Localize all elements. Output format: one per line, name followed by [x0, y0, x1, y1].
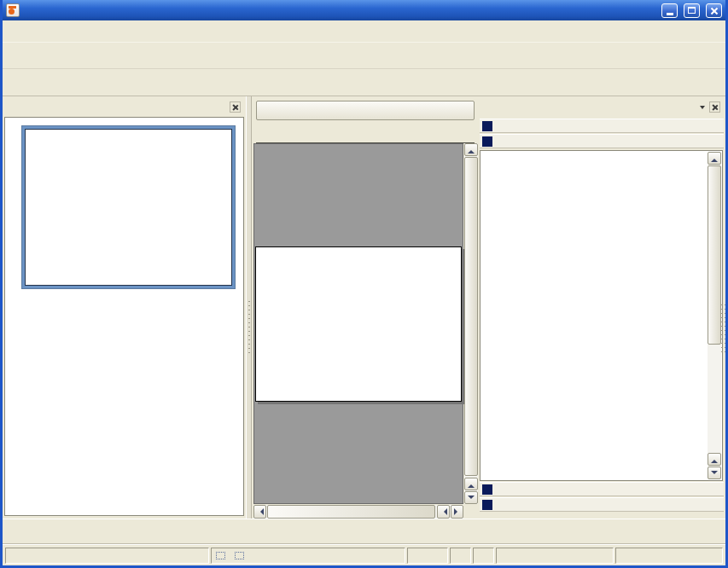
vertical-scrollbar[interactable]: [464, 143, 478, 504]
layouts-scroll-thumb[interactable]: [708, 165, 721, 345]
impress-app-icon: [6, 3, 20, 17]
expand-arrow-icon: [482, 121, 492, 131]
scroll-down-button[interactable]: [708, 467, 721, 479]
horizontal-scrollbar[interactable]: [253, 505, 463, 519]
expand-arrow-icon: [482, 484, 492, 495]
close-icon: [712, 104, 718, 110]
tasks-panel: [478, 96, 725, 519]
drawing-toolbar: [3, 519, 725, 544]
up-arrow-icon: [468, 481, 475, 488]
scroll-up-button[interactable]: [708, 152, 721, 165]
main-area: [3, 96, 725, 519]
line-filling-toolbar: [3, 69, 725, 96]
slide-thumbnail-canvas: [25, 129, 232, 286]
section-master-pages[interactable]: [480, 119, 724, 133]
slides-panel-close-button[interactable]: [230, 101, 241, 113]
tasks-panel-close-button[interactable]: [709, 101, 720, 113]
size-icon: [235, 552, 244, 559]
edit-workspace: [253, 143, 463, 504]
vscroll-thumb[interactable]: [464, 157, 478, 476]
title-bar: [3, 0, 725, 20]
layouts-scrollbar[interactable]: [708, 152, 721, 479]
slides-list: [4, 117, 244, 516]
minimize-button[interactable]: [661, 3, 678, 18]
signature-cell: [473, 548, 494, 564]
expand-arrow-icon: [482, 500, 492, 510]
tab-slide-sorter[interactable]: [256, 101, 475, 120]
slide-indicator-cell[interactable]: [496, 548, 614, 564]
template-cell[interactable]: [615, 548, 723, 564]
scrollbar-corner: [464, 505, 478, 519]
section-slide-transition[interactable]: [480, 497, 724, 512]
panel-splitter[interactable]: [246, 96, 252, 519]
panel-resize-grip[interactable]: [720, 303, 725, 354]
close-icon: [710, 7, 718, 14]
impress-window: [0, 0, 728, 568]
right-arrow-icon: [454, 508, 461, 515]
position-size-cell[interactable]: [211, 548, 405, 564]
slide-1-thumbnail[interactable]: [22, 126, 235, 288]
scroll-down-button[interactable]: [464, 491, 478, 504]
layouts-grid: [480, 150, 723, 481]
tasks-panel-header: [478, 96, 725, 117]
left-arrow-icon: [257, 508, 264, 515]
tasks-header-controls: [696, 101, 720, 113]
status-bar: [3, 544, 725, 565]
close-button[interactable]: [706, 3, 722, 18]
workspace-panel: [252, 96, 478, 519]
view-tabs: [256, 122, 475, 143]
slide-canvas[interactable]: [255, 246, 462, 402]
scroll-left-button[interactable]: [253, 505, 266, 519]
slides-panel: [3, 96, 246, 519]
slides-panel-header: [3, 96, 246, 117]
chevron-down-icon[interactable]: [700, 106, 705, 112]
scroll-left2-button[interactable]: [437, 505, 450, 519]
standard-toolbar: [3, 43, 725, 69]
section-custom-animation[interactable]: [480, 482, 724, 496]
zoom-cell[interactable]: [407, 548, 448, 564]
scroll-right-button[interactable]: [451, 505, 463, 519]
scroll-up2-button[interactable]: [464, 478, 478, 490]
close-icon: [232, 104, 238, 110]
section-layouts[interactable]: [480, 134, 724, 148]
modified-flag-cell: [450, 548, 471, 564]
menu-bar: [3, 20, 725, 43]
splitter-handle[interactable]: [248, 299, 251, 354]
hscroll-thumb[interactable]: [267, 505, 435, 519]
down-arrow-icon: [711, 471, 718, 478]
collapse-arrow-icon: [482, 136, 492, 147]
scroll-up-button[interactable]: [464, 143, 478, 156]
position-icon: [216, 552, 225, 559]
down-arrow-icon: [468, 496, 475, 502]
scroll-up2-button[interactable]: [708, 453, 721, 466]
up-arrow-icon: [468, 147, 475, 154]
maximize-icon: [688, 7, 696, 14]
maximize-button[interactable]: [684, 3, 700, 18]
up-arrow-icon: [711, 155, 718, 162]
up-arrow-icon: [711, 456, 718, 463]
left-arrow-icon: [440, 508, 447, 515]
minimize-icon: [667, 13, 673, 15]
status-message-cell: [5, 548, 209, 564]
